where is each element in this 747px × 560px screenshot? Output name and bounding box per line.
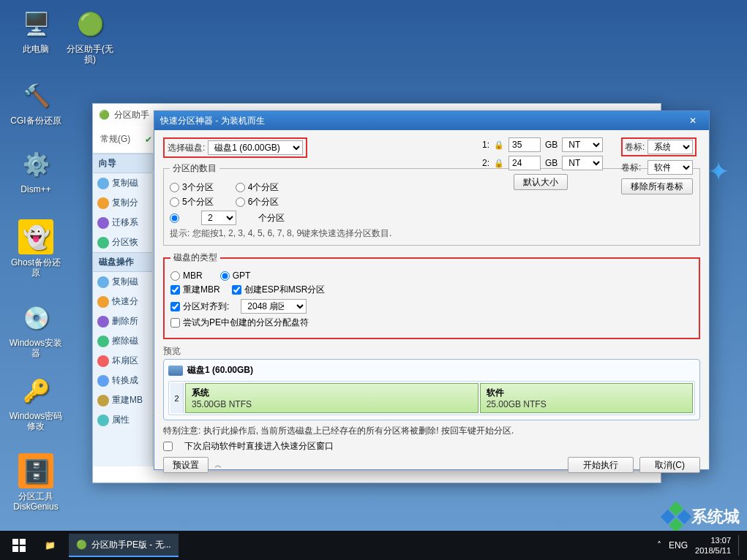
partition-preview-bar: 2 系统 35.00GB NTFS 软件 25.00GB NTFS [168, 381, 695, 415]
p2-fs-dropdown[interactable]: NTFS [562, 156, 603, 170]
tray-up-icon[interactable]: ˄ [657, 540, 661, 550]
app-icon: 🟢 [76, 540, 87, 550]
p2-unit: GB [545, 158, 558, 168]
lock-icon[interactable]: 🔒 [494, 140, 504, 150]
clock[interactable]: 13:07 2018/5/11 [695, 535, 731, 556]
p1-size-input[interactable] [508, 137, 541, 152]
p1-index: 1: [478, 140, 489, 150]
sidebar-item[interactable]: 转换成 [93, 371, 152, 390]
p1-unit: GB [545, 140, 558, 150]
menu-general[interactable]: 常规(G) [100, 133, 130, 145]
radio-5-partitions[interactable]: 5个分区 [170, 196, 214, 208]
radio-gpt[interactable]: GPT [220, 270, 251, 281]
cancel-button[interactable]: 取消(C) [639, 457, 700, 473]
preview-index: 2 [170, 383, 184, 413]
sidebar-item[interactable]: 分区恢 [93, 232, 152, 252]
start-button[interactable]: 开始执行 [568, 457, 634, 473]
check-align[interactable]: 分区对齐到: [170, 300, 229, 313]
preview-header: 预览 [163, 345, 700, 357]
check-rebuild-mbr[interactable]: 重建MBR [170, 284, 220, 296]
p1-fs-dropdown[interactable]: NTFS [562, 137, 603, 152]
desktop-icon[interactable]: 🔨CGI备份还原 [9, 77, 63, 126]
desktop-icon[interactable]: ⚙️Dism++ [9, 146, 63, 194]
disk-icon [168, 366, 183, 376]
taskbar[interactable]: 📁 🟢 分区助手PE版 - 无... ˄ ENG 13:07 2018/5/11 [0, 531, 747, 560]
sidebar-section-wizard: 向导 [93, 154, 152, 173]
remove-all-labels-button[interactable]: 移除所有卷标 [621, 178, 693, 194]
volume-label-group: 卷标: 系统 卷标: 软件 移除所有卷标 [621, 137, 697, 198]
vol2-dropdown[interactable]: 软件 [647, 160, 693, 175]
sidebar-item[interactable]: 复制磁 [93, 173, 152, 193]
sidebar-item[interactable]: 删除所 [93, 311, 152, 331]
chevron-icon: ︽ [214, 460, 222, 470]
radio-4-partitions[interactable]: 4个分区 [236, 181, 279, 194]
desktop-icon[interactable]: 🖥️此电脑 [9, 6, 63, 54]
preview-section: 预览 磁盘1 (60.00GB) 2 系统 35.00GB NTFS 软件 25… [163, 345, 700, 420]
check-launch-quick[interactable]: 下次启动软件时直接进入快速分区窗口 [163, 440, 700, 453]
watermark-text: 系统城 [691, 506, 740, 528]
desktop-icon[interactable]: 💿Windows安装器 [9, 300, 63, 358]
radio-6-partitions[interactable]: 6个分区 [236, 196, 279, 208]
vol1-dropdown[interactable]: 系统 [647, 140, 693, 154]
sidebar-item[interactable]: 属性 [93, 410, 152, 430]
custom-count-suffix: 个分区 [258, 212, 285, 224]
sidebar-section-diskops: 磁盘操作 [93, 252, 152, 272]
sidebar-item[interactable]: 重建MB [93, 390, 152, 410]
preview-disk-name: 磁盘1 (60.00GB) [187, 364, 253, 377]
show-desktop-button[interactable] [738, 535, 743, 556]
vol-label: 卷标: [625, 141, 645, 154]
app-icon: 🟢 [99, 110, 110, 120]
footer-warning: 特别注意: 执行此操作后, 当前所选磁盘上已经存在的所有分区将被删除! 按回车键… [163, 425, 700, 437]
quick-partition-dialog: 快速分区神器 - 为装机而生 ✕ 选择磁盘: 磁盘1 (60.00GB) 分区的… [154, 110, 710, 470]
count-hint: 提示: 您能按1, 2, 3, 4, 5, 6, 7, 8, 9键来快速选择分区… [170, 228, 694, 239]
radio-mbr[interactable]: MBR [170, 270, 203, 281]
dialog-titlebar[interactable]: 快速分区神器 - 为装机而生 ✕ [154, 111, 709, 130]
radio-3-partitions[interactable]: 3个分区 [170, 181, 214, 194]
taskbar-explorer-icon[interactable]: 📁 [34, 531, 66, 560]
ime-indicator[interactable]: ENG [669, 540, 688, 550]
select-disk-label: 选择磁盘: [168, 142, 205, 154]
desktop-icon[interactable]: 🗄️分区工具DiskGenius [9, 453, 63, 512]
partition-count-group: 分区的数目 3个分区 4个分区 5个分区 6个分区 2 个分区 提示: 您能按1… [163, 162, 700, 246]
radio-custom-partitions[interactable] [170, 213, 179, 223]
p2-size-input[interactable] [508, 156, 541, 170]
sidebar-item[interactable]: 复制分 [93, 193, 152, 213]
custom-count-dropdown[interactable]: 2 [201, 211, 236, 225]
sidebar-item[interactable]: 擦除磁 [93, 331, 152, 351]
dialog-title: 快速分区神器 - 为装机而生 [160, 115, 683, 127]
check-pe-drive-letter[interactable]: 尝试为PE中创建的分区分配盘符 [170, 317, 309, 329]
sidebar-item[interactable]: 复制磁 [93, 272, 152, 292]
check-create-esp-msr[interactable]: 创建ESP和MSR分区 [232, 284, 326, 296]
taskbar-app-label: 分区助手PE版 - 无... [91, 539, 171, 551]
default-size-button[interactable]: 默认大小 [514, 174, 568, 190]
preset-button[interactable]: 预设置 [163, 457, 209, 473]
preview-partition-2: 软件 25.00GB NTFS [480, 383, 693, 413]
decor-gear-icon: ✦ [707, 156, 729, 187]
vol-label2: 卷标: [621, 162, 643, 174]
p2-index: 2: [478, 158, 489, 168]
close-icon[interactable]: ✕ [683, 113, 703, 128]
partition-size-group: 1: 🔒 GB NTFS 2: 🔒 GB NTFS 默认大小 [478, 137, 603, 194]
partition-count-legend: 分区的数目 [170, 162, 219, 175]
clock-time: 13:07 [695, 535, 731, 545]
sidebar-item[interactable]: 迁移系 [93, 213, 152, 232]
disk-type-legend: 磁盘的类型 [170, 251, 220, 264]
select-disk-group: 选择磁盘: 磁盘1 (60.00GB) [163, 137, 307, 158]
watermark: 系统城 [665, 506, 740, 528]
select-disk-dropdown[interactable]: 磁盘1 (60.00GB) [208, 140, 303, 155]
preview-partition-1: 系统 35.00GB NTFS [185, 383, 478, 413]
watermark-logo-icon [661, 502, 691, 532]
dialog-footer: 特别注意: 执行此操作后, 当前所选磁盘上已经存在的所有分区将被删除! 按回车键… [163, 420, 700, 473]
desktop-icon[interactable]: 👻Ghost备份还原 [9, 219, 63, 278]
windows-logo-icon [12, 539, 26, 552]
desktop-icon[interactable]: 🔑Windows密码修改 [9, 373, 63, 431]
sidebar-item[interactable]: 快速分 [93, 292, 152, 311]
lock-icon[interactable]: 🔒 [494, 159, 504, 168]
sidebar-item[interactable]: 坏扇区 [93, 351, 152, 371]
taskbar-app-button[interactable]: 🟢 分区助手PE版 - 无... [69, 534, 179, 557]
align-dropdown[interactable]: 2048 扇区 [241, 299, 307, 314]
desktop-icon[interactable]: 🟢分区助手(无损) [63, 6, 117, 64]
start-button[interactable] [4, 531, 34, 560]
clock-date: 2018/5/11 [695, 545, 731, 556]
disk-type-group: 磁盘的类型 MBR GPT 重建MBR 创建ESP和MSR分区 分区对齐到: 2… [163, 251, 700, 339]
